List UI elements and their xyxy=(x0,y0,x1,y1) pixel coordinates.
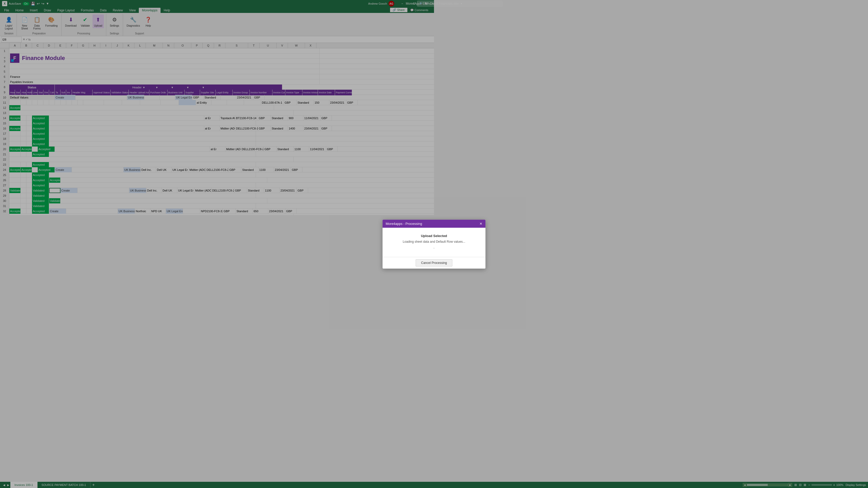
processing-modal: More4apps - Processing ✕ Upload Selected… xyxy=(382,219,434,244)
modal-body: Upload Selected Loading sheet data and D… xyxy=(382,228,434,244)
modal-overlay: More4apps - Processing ✕ Upload Selected… xyxy=(0,0,434,244)
modal-loading-text: Loading sheet data and Default Row value… xyxy=(388,240,434,243)
modal-title-bar: More4apps - Processing ✕ xyxy=(382,220,434,228)
modal-action: Upload Selected xyxy=(388,234,434,238)
modal-title: More4apps - Processing xyxy=(386,222,422,226)
